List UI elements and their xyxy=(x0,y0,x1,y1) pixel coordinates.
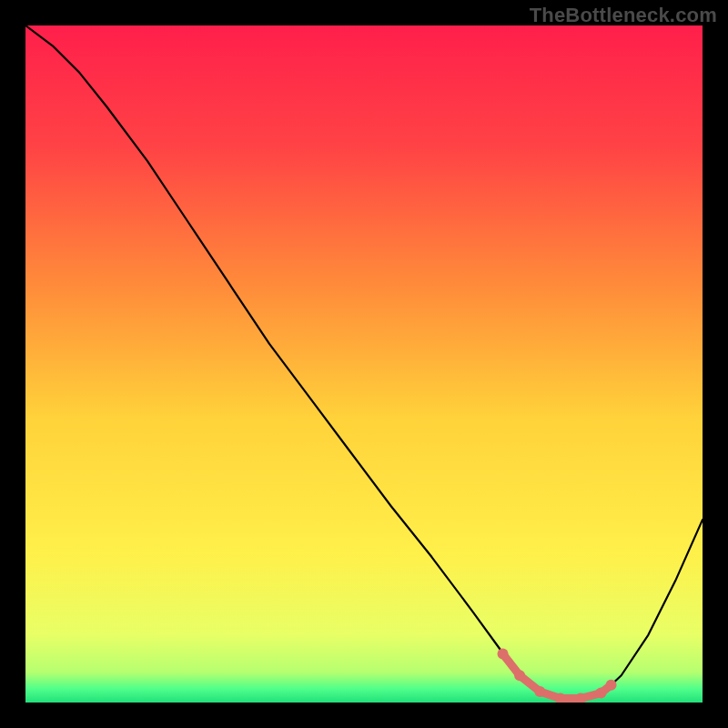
gradient-background xyxy=(25,25,703,703)
optimal-region-dot xyxy=(514,670,525,681)
chart-frame: TheBottleneck.com xyxy=(0,0,728,728)
optimal-region-dot xyxy=(498,648,509,659)
optimal-region-dot xyxy=(534,686,545,697)
optimal-region-dot xyxy=(606,680,617,691)
chart-plot-area xyxy=(25,25,703,703)
chart-svg xyxy=(25,25,703,703)
optimal-region-dot xyxy=(595,688,606,699)
watermark-text: TheBottleneck.com xyxy=(530,4,717,27)
